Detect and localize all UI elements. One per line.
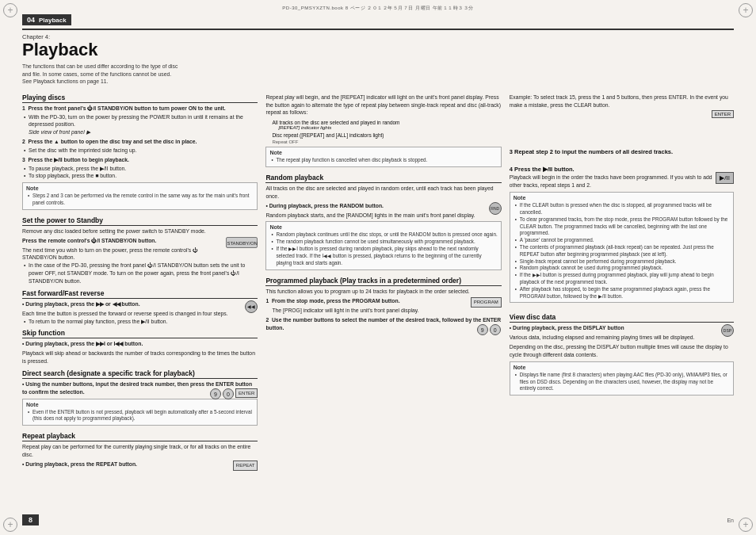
col-right: Example: To select track 15, press the 1… (510, 94, 734, 511)
step4-note: Note If the CLEAR button is pressed when… (510, 192, 734, 303)
col-mid: Repeat play will begin, and the [REPEAT]… (265, 94, 501, 511)
direct-search-note: Note Even if the ENTER button is not pre… (22, 399, 258, 426)
num0-btn: 0 (490, 324, 501, 335)
page: PD-30_PMSYXZTN.book 8 ページ ２０１２年５月７日 月曜日 … (0, 0, 756, 535)
playing-discs-title: Playing discs (22, 94, 258, 103)
columns: Playing discs 1 Press the front panel's … (22, 94, 734, 511)
random-playback-section: Random playback All tracks on the disc a… (265, 174, 501, 272)
fast-forward-section: Fast forward/Fast reverse • During playb… (22, 289, 258, 326)
repeat-note: Note The repeat play function is cancell… (265, 147, 501, 167)
play-btn-illus: ▶/II (716, 172, 734, 184)
chapter-heading: Chapter 4: Playback The functions that c… (22, 33, 734, 90)
standby-title: Set the power to Standby (22, 216, 258, 226)
view-disc-title: View disc data (510, 313, 734, 323)
header-divider (22, 29, 734, 30)
direct-search-section: Direct search (designate a specific trac… (22, 369, 258, 428)
step-1: 1 Press the front panel's ⏻/I STANDBY/ON… (22, 105, 258, 136)
standby-btn-illus: STANDBY/ON (226, 237, 258, 248)
step3-repeat: 3 Repeat step 2 to input the numbers of … (510, 146, 734, 156)
header-bar: 04 Playback (22, 14, 734, 25)
corner-mark-bl (3, 518, 17, 532)
playing-discs-section: Playing discs 1 Press the front panel's … (22, 94, 258, 212)
num9-btn: 9 (477, 324, 488, 335)
page-num-bar: 8 En (22, 514, 734, 525)
repeat-playback-title: Repeat playback (22, 432, 258, 441)
corner-mark-br (739, 518, 753, 532)
chapter-label: Chapter 4: (22, 33, 734, 40)
random-btn-illus: RND (489, 202, 502, 215)
main-content: Chapter 4: Playback The functions that c… (22, 33, 734, 511)
programmed-title: Programmed playback (Play tracks in a pr… (265, 277, 501, 286)
program-btn: PROGRAM (471, 297, 502, 308)
step-3: 3 Press the ▶/II button to begin playbac… (22, 156, 258, 181)
file-info-bar: PD-30_PMSYXZTN.book 8 ページ ２０１２年５月７日 月曜日 … (0, 5, 756, 12)
step4-press-play: 4 Press the ▶/II button. ▶/II Playback w… (510, 163, 734, 305)
direct-search-title: Direct search (designate a specific trac… (22, 369, 258, 379)
page-locale: En (727, 518, 734, 523)
chapter-number: 04 (27, 16, 35, 24)
num-btn-0: 0 (223, 388, 234, 399)
step4-title: 4 Press the ▶/II button. (510, 166, 734, 173)
chapter-intro: The functions that can be used differ ac… (22, 63, 181, 86)
step3-title: 3 Repeat step 2 to input the numbers of … (510, 148, 734, 155)
header-chapter: 04 Playback (22, 14, 71, 25)
repeat-play-info: Repeat play will begin, and the [REPEAT]… (265, 94, 501, 170)
chapter-main-title: Playback (22, 40, 734, 59)
random-playback-title: Random playback (265, 174, 501, 183)
programmed-playback-section: Programmed playback (Play tracks in a pr… (265, 277, 501, 335)
page-number: 8 (22, 514, 39, 525)
view-disc-note: Note Displays file name (first 8 charact… (510, 361, 734, 396)
example-section: Example: To select track 15, press the 1… (510, 94, 734, 119)
repeat-indicator-diagram: All tracks on the disc are selected and … (272, 120, 501, 144)
skip-section: Skip function • During playback, press t… (22, 329, 258, 365)
step-2: 2 Press the ▲ button to open the disc tr… (22, 138, 258, 155)
skip-title: Skip function (22, 329, 258, 338)
view-disc-data-section: View disc data • During playback, press … (510, 313, 734, 398)
random-note: Note Random playback continues until the… (265, 221, 501, 269)
repeat-playback-section: Repeat playback Repeat play can be perfo… (22, 432, 258, 470)
num-btn-9: 9 (210, 388, 221, 399)
repeat-btn-illus: REPEAT (233, 460, 258, 471)
enter-btn-illus: ENTER (235, 388, 258, 399)
col-left: Playing discs 1 Press the front panel's … (22, 94, 258, 511)
enter-btn-right: ENTER (712, 110, 734, 118)
standby-section: Set the power to Standby Remove any disc… (22, 216, 258, 285)
fast-forward-title: Fast forward/Fast reverse (22, 289, 258, 299)
playing-discs-note: Note Steps 2 and 3 can be performed via … (22, 182, 258, 210)
chapter-header-title: Playback (39, 17, 67, 24)
